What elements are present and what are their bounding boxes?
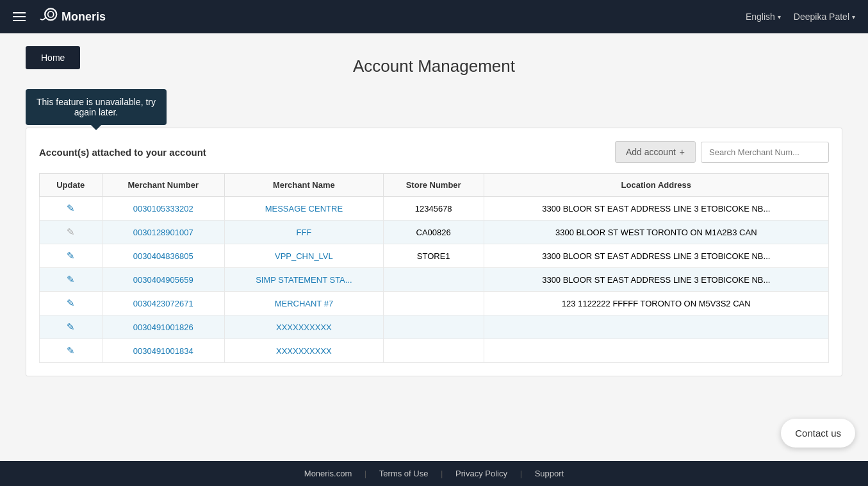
store-number: STORE1: [383, 244, 484, 268]
merchant-name-link[interactable]: SIMP STATEMENT STA...: [256, 275, 352, 285]
footer: Moneris.com | Terms of Use | Privacy Pol…: [0, 461, 868, 486]
merchant-number-link[interactable]: 0030105333202: [133, 204, 193, 214]
tooltip-wrapper: This feature is unavailable, try again l…: [26, 89, 842, 125]
col-location: Location Address: [484, 174, 828, 197]
location-address: 3300 BLOOR ST EAST ADDRESS LINE 3 ETOBIC…: [484, 197, 828, 221]
merchant-name-link[interactable]: MERCHANT #7: [275, 299, 334, 308]
footer-terms[interactable]: Terms of Use: [379, 469, 429, 478]
merchant-name-link[interactable]: MESSAGE CENTRE: [265, 204, 343, 214]
edit-icon[interactable]: ✎: [67, 250, 75, 261]
edit-icon[interactable]: ✎: [67, 321, 75, 332]
edit-icon-disabled: ✎: [67, 226, 75, 237]
page-title: Account Management: [26, 56, 842, 76]
location-address: 3300 BLOOR ST EAST ADDRESS LINE 3 ETOBIC…: [484, 268, 828, 292]
footer-moneris[interactable]: Moneris.com: [304, 469, 352, 478]
col-store-number: Store Number: [383, 174, 484, 197]
contact-us-button[interactable]: Contact us: [781, 419, 855, 448]
account-table: Update Merchant Number Merchant Name Sto…: [39, 173, 829, 363]
edit-icon[interactable]: ✎: [67, 297, 75, 308]
moneris-logo-icon: [35, 5, 58, 28]
user-menu[interactable]: Deepika Patel ▾: [794, 12, 855, 22]
col-merchant-number: Merchant Number: [102, 174, 224, 197]
merchant-name-link[interactable]: XXXXXXXXXX: [276, 323, 332, 332]
panel-controls: Add account +: [615, 141, 829, 163]
table-row: ✎0030423072671MERCHANT #7123 1122222 FFF…: [40, 292, 829, 315]
col-update: Update: [40, 174, 102, 197]
nav-left: Moneris: [13, 5, 106, 28]
hamburger-menu[interactable]: [13, 12, 26, 21]
edit-icon[interactable]: ✎: [67, 274, 75, 285]
table-row: ✎0030404836805VPP_CHN_LVLSTORE13300 BLOO…: [40, 244, 829, 268]
tooltip-box: This feature is unavailable, try again l…: [26, 89, 167, 125]
location-address: [484, 339, 828, 363]
location-address: 123 1122222 FFFFF TORONTO ON M5V3S2 CAN: [484, 292, 828, 315]
add-account-label: Add account: [626, 147, 676, 157]
table-row: ✎0030491001826XXXXXXXXXX: [40, 315, 829, 339]
merchant-name-link[interactable]: XXXXXXXXXX: [276, 346, 332, 356]
language-selector[interactable]: English ▾: [746, 12, 781, 22]
panel-title: Account(s) attached to your account: [39, 147, 206, 158]
merchant-number-link[interactable]: 0030128901007: [133, 228, 193, 237]
language-chevron: ▾: [778, 13, 781, 21]
merchant-number-link[interactable]: 0030423072671: [133, 299, 193, 308]
table-row: ✎0030128901007FFFCA008263300 BLOOR ST WE…: [40, 221, 829, 244]
store-number: [383, 292, 484, 315]
location-address: [484, 315, 828, 339]
panel-header: Account(s) attached to your account Add …: [39, 141, 829, 163]
merchant-name-link[interactable]: VPP_CHN_LVL: [275, 251, 333, 261]
location-address: 3300 BLOOR ST EAST ADDRESS LINE 3 ETOBIC…: [484, 244, 828, 268]
add-account-icon: +: [680, 147, 685, 157]
footer-privacy[interactable]: Privacy Policy: [455, 469, 507, 478]
user-name: Deepika Patel: [794, 12, 849, 22]
language-label: English: [746, 12, 775, 22]
svg-point-0: [45, 8, 56, 20]
edit-icon[interactable]: ✎: [67, 203, 75, 214]
table-row: ✎0030404905659SIMP STATEMENT STA...3300 …: [40, 268, 829, 292]
footer-support[interactable]: Support: [535, 469, 564, 478]
home-button[interactable]: Home: [26, 46, 80, 69]
table-header: Update Merchant Number Merchant Name Sto…: [40, 174, 829, 197]
store-number: [383, 339, 484, 363]
store-number: [383, 315, 484, 339]
table-body: ✎0030105333202MESSAGE CENTRE123456783300…: [40, 197, 829, 363]
merchant-name-link[interactable]: FFF: [296, 228, 311, 237]
merchant-number-link[interactable]: 0030491001826: [133, 323, 193, 332]
col-merchant-name: Merchant Name: [224, 174, 383, 197]
store-number: CA00826: [383, 221, 484, 244]
table-row: ✎0030491001834XXXXXXXXXX: [40, 339, 829, 363]
logo-text: Moneris: [61, 10, 106, 24]
store-number: 12345678: [383, 197, 484, 221]
svg-point-1: [48, 12, 54, 17]
top-nav: Moneris English ▾ Deepika Patel ▾: [0, 0, 868, 33]
main-content: Home Account Management This feature is …: [0, 33, 868, 461]
logo: Moneris: [35, 5, 106, 28]
user-chevron: ▾: [852, 13, 855, 21]
merchant-number-link[interactable]: 0030404836805: [133, 251, 193, 261]
search-merchant-input[interactable]: [701, 142, 829, 163]
account-panel: Account(s) attached to your account Add …: [26, 128, 842, 376]
table-row: ✎0030105333202MESSAGE CENTRE123456783300…: [40, 197, 829, 221]
store-number: [383, 268, 484, 292]
merchant-number-link[interactable]: 0030491001834: [133, 346, 193, 356]
merchant-number-link[interactable]: 0030404905659: [133, 275, 193, 285]
nav-right: English ▾ Deepika Patel ▾: [746, 12, 855, 22]
location-address: 3300 BLOOR ST WEST TORONTO ON M1A2B3 CAN: [484, 221, 828, 244]
edit-icon[interactable]: ✎: [67, 345, 75, 356]
add-account-button[interactable]: Add account +: [615, 141, 696, 163]
